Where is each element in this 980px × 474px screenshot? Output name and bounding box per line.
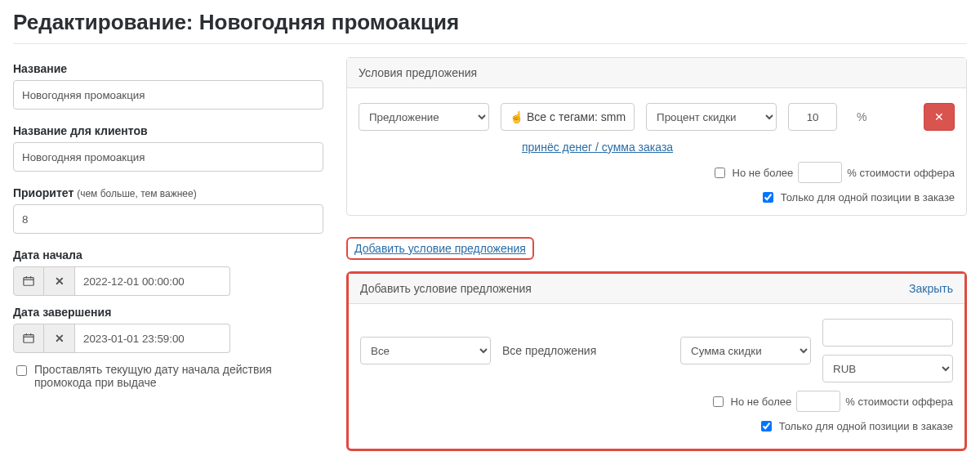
- page-title: Редактирование: Новогодняя промоакция: [13, 10, 967, 35]
- max-percent-checkbox[interactable]: [715, 168, 725, 178]
- calendar-icon[interactable]: [13, 266, 44, 296]
- max-percent-input-2[interactable]: [796, 391, 840, 412]
- calendar-icon[interactable]: [13, 324, 44, 353]
- priority-input[interactable]: [13, 204, 323, 234]
- single-position-checkbox[interactable]: [763, 192, 773, 203]
- priority-hint: (чем больше, тем важнее): [77, 188, 197, 199]
- auto-date-label: Проставлять текущую дату начала действия…: [34, 363, 323, 389]
- max-percent-label-a-2: Но не более: [731, 396, 792, 408]
- add-condition-link-highlight: Добавить условие предложения: [346, 237, 534, 260]
- single-position-label-2: Только для одной позиции в заказе: [779, 420, 953, 432]
- discount-unit: %: [849, 103, 875, 131]
- discount-type-select[interactable]: Процент скидки: [646, 103, 777, 131]
- date-end-input[interactable]: [75, 324, 230, 353]
- condition-row: Предложение ☝ Все с тегами: smm Процент …: [359, 103, 955, 131]
- close-add-panel-link[interactable]: Закрыть: [909, 282, 953, 295]
- tag-filter-button[interactable]: ☝ Все с тегами: smm: [501, 103, 635, 131]
- add-condition-link[interactable]: Добавить условие предложения: [354, 242, 526, 255]
- clear-date-start-button[interactable]: ✕: [44, 266, 75, 296]
- close-icon: ✕: [55, 275, 65, 288]
- priority-label: Приоритет (чем больше, тем важнее): [13, 186, 323, 199]
- right-column: Условия предложения Предложение ☝ Все с …: [346, 57, 967, 464]
- offer-select[interactable]: Предложение: [359, 103, 489, 131]
- svg-rect-0: [24, 278, 33, 286]
- max-percent-label-b: % стоимости оффера: [847, 167, 955, 179]
- money-sum-link[interactable]: принёс денег / сумма заказа: [522, 141, 673, 154]
- add-condition-panel-title: Добавить условие предложения: [360, 282, 532, 295]
- filter-select[interactable]: Все: [360, 337, 491, 364]
- auto-date-checkbox[interactable]: [16, 365, 27, 376]
- client-name-input[interactable]: [13, 142, 323, 172]
- auto-date-row[interactable]: Проставлять текущую дату начала действия…: [13, 363, 323, 389]
- discount-type-select-2[interactable]: Сумма скидки: [680, 337, 811, 364]
- date-start-label: Дата начала: [13, 248, 323, 262]
- conditions-panel: Условия предложения Предложение ☝ Все с …: [346, 57, 967, 216]
- delete-condition-button[interactable]: ✕: [924, 103, 955, 131]
- add-condition-panel-header: Добавить условие предложения Закрыть: [349, 274, 964, 304]
- pointer-icon: ☝: [510, 110, 523, 123]
- max-percent-checkbox-2[interactable]: [713, 396, 724, 407]
- max-percent-input[interactable]: [798, 162, 842, 183]
- date-start-input[interactable]: [75, 266, 230, 296]
- add-condition-row: Все Все предложения Сумма скидки RUB: [360, 319, 953, 382]
- priority-label-text: Приоритет: [13, 186, 74, 199]
- client-name-label: Название для клиентов: [13, 124, 323, 137]
- date-end-label: Дата завершения: [13, 306, 323, 319]
- clear-date-end-button[interactable]: ✕: [44, 324, 75, 353]
- left-column: Название Название для клиентов Приоритет…: [13, 57, 323, 464]
- discount-value-input[interactable]: [788, 103, 837, 131]
- single-position-checkbox-2[interactable]: [761, 421, 772, 432]
- svg-rect-4: [24, 335, 33, 343]
- single-position-label: Только для одной позиции в заказе: [781, 191, 955, 203]
- close-icon: ✕: [934, 110, 944, 123]
- close-icon: ✕: [55, 332, 65, 345]
- currency-select[interactable]: RUB: [822, 355, 953, 382]
- max-percent-label-a: Но не более: [733, 167, 794, 179]
- conditions-panel-header: Условия предложения: [347, 58, 966, 88]
- tag-filter-label: Все с тегами: smm: [527, 110, 626, 123]
- all-offers-text: Все предложения: [502, 344, 669, 357]
- name-label: Название: [13, 62, 323, 75]
- discount-amount-input[interactable]: [822, 319, 953, 347]
- add-condition-panel: Добавить условие предложения Закрыть Все…: [346, 271, 967, 451]
- name-input[interactable]: [13, 80, 323, 110]
- max-percent-label-b-2: % стоимости оффера: [845, 396, 953, 408]
- divider: [13, 43, 967, 44]
- conditions-panel-title: Условия предложения: [359, 66, 477, 79]
